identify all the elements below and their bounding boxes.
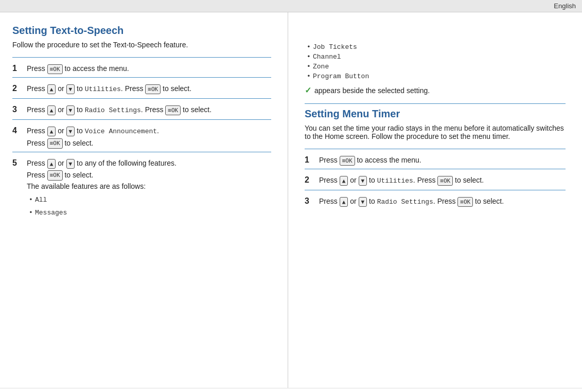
up-key-3: ▲ [47,105,56,115]
step-4-content: Press ▲ or ▼ to Voice Announcement. Pres… [27,125,271,149]
step-5: 5 Press ▲ or ▼ to any of the following f… [12,152,271,223]
ok-key-5: ≡OK [47,170,63,180]
down-key-5: ▼ [66,159,75,169]
step-3-number: 3 [12,104,22,114]
ok-key-1: ≡OK [47,64,63,74]
radio-settings-text-3: Radio Settings [85,106,141,114]
feature-messages: Messages [27,207,271,220]
step-2: 2 Press ▲ or ▼ to Utilities. Press ≡OK t… [12,77,271,98]
checkmark-note: ✓ appears beside the selected setting. [305,85,566,95]
up-key-4: ▲ [47,127,56,136]
right-step-1: 1 Press ≡OK to access the menu. [305,149,566,169]
language-label: English [554,2,576,10]
utilities-text-2: Utilities [85,85,121,93]
up-key-5: ▲ [47,159,56,169]
right-bullets-list: Job Tickets Channel Zone Program Button [305,40,566,81]
step-1-number: 1 [12,63,22,73]
ok-key-2: ≡OK [145,84,161,94]
step-4: 4 Press ▲ or ▼ to Voice Announcement. Pr… [12,119,271,152]
left-section-intro: Follow the procedure to set the Text-to-… [12,41,271,49]
right-step-2-content: Press ▲ or ▼ to Utilities. Press ≡OK to … [319,174,566,187]
step-3-content: Press ▲ or ▼ to Radio Settings. Press ≡O… [27,104,271,116]
step-5-number: 5 [12,157,22,168]
feature-all: All [27,194,271,207]
right-step-3-number: 3 [305,195,314,206]
right-step-2-number: 2 [305,174,314,185]
section-divider [305,103,566,104]
ok-key-4: ≡OK [47,138,63,148]
right-column: Job Tickets Channel Zone Program Button … [288,12,582,388]
right-section-title: Setting Menu Timer [305,108,566,120]
left-section-title: Setting Text-to-Speech [12,25,271,37]
down-key-3: ▼ [66,105,75,115]
top-bar: English [0,0,582,12]
ok-key-r1: ≡OK [340,156,355,166]
voice-announcement-text: Voice Announcement [85,128,157,135]
features-bullet-list: All Messages [27,192,271,220]
step-3: 3 Press ▲ or ▼ to Radio Settings. Press … [12,98,271,119]
step-4-number: 4 [12,125,22,135]
bullet-job-tickets: Job Tickets [305,42,566,52]
checkmark-text: appears beside the selected setting. [314,86,430,95]
up-key-r3: ▲ [340,197,348,207]
right-section-intro: You can set the time your radio stays in… [305,124,566,140]
bullet-channel: Channel [305,52,566,62]
footer: Send Feedback 201 [0,388,582,392]
right-step-3-content: Press ▲ or ▼ to Radio Settings. Press ≡O… [319,195,566,208]
bullet-zone: Zone [305,62,566,72]
ok-key-r2: ≡OK [437,176,453,186]
bullet-program-button: Program Button [305,72,566,81]
up-key-2: ▲ [47,84,56,94]
down-key-2: ▼ [66,84,75,94]
utilities-text-r2: Utilities [377,177,413,185]
step-1: 1 Press ≡OK to access the menu. [12,57,271,77]
right-step-2: 2 Press ▲ or ▼ to Utilities. Press ≡OK t… [305,169,566,190]
down-key-4: ▼ [66,127,75,136]
step-2-number: 2 [12,83,22,93]
step-2-content: Press ▲ or ▼ to Utilities. Press ≡OK to … [27,83,271,95]
right-step-1-content: Press ≡OK to access the menu. [319,154,566,166]
ok-key-r3: ≡OK [457,197,473,207]
right-step-3: 3 Press ▲ or ▼ to Radio Settings. Press … [305,190,566,211]
radio-settings-text-r3: Radio Settings [377,198,433,206]
step-5-content: Press ▲ or ▼ to any of the following fea… [27,157,271,220]
down-key-r3: ▼ [359,197,367,207]
left-column: Setting Text-to-Speech Follow the proced… [0,12,288,388]
right-step-1-number: 1 [305,154,314,165]
down-key-r2: ▼ [359,176,367,186]
ok-key-3a: ≡OK [165,105,181,115]
checkmark-icon: ✓ [305,85,311,95]
up-key-r2: ▲ [340,176,348,186]
step-1-content: Press ≡OK to access the menu. [27,63,271,74]
